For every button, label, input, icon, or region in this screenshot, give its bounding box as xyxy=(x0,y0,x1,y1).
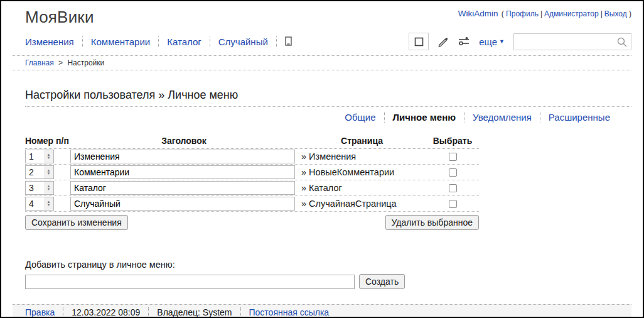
spinner-icon[interactable]: ▲▼ xyxy=(44,197,53,210)
paren-close: ) xyxy=(629,9,631,18)
create-button[interactable]: Создать xyxy=(359,274,405,289)
edit-pencil-icon[interactable] xyxy=(437,36,449,47)
row-page-link: » Каталог xyxy=(298,183,426,193)
edit-link[interactable]: Правка xyxy=(25,307,63,317)
table-row: 2▲▼ » НовыеКомментарии xyxy=(25,165,479,180)
col-header-title: Заголовок xyxy=(70,136,298,146)
profile-link[interactable]: Профиль xyxy=(506,9,539,18)
tab-notifications[interactable]: Уведомления xyxy=(464,112,540,123)
personal-menu-table: Номер п/п Заголовок Страница Выбрать 1▲▼… xyxy=(25,136,479,230)
view-page-button[interactable] xyxy=(409,33,429,50)
page: МояВики WikiAdmin ( Профиль|Администрато… xyxy=(0,0,644,318)
paren-open: ( xyxy=(502,9,504,18)
row-number-input[interactable]: 1▲▼ xyxy=(25,150,54,163)
timestamp: 12.03.2022 08:09 xyxy=(63,307,149,317)
tab-advanced[interactable]: Расширенные xyxy=(540,112,610,123)
toolbar: еще▼ xyxy=(409,33,631,50)
row-number-input[interactable]: 3▲▼ xyxy=(25,181,54,195)
logout-link[interactable]: Выход xyxy=(604,9,627,18)
delete-selected-button[interactable]: Удалить выбранное xyxy=(385,215,479,230)
row-select-checkbox[interactable] xyxy=(449,200,457,208)
chevron-down-icon: ▼ xyxy=(499,38,505,45)
save-changes-button[interactable]: Сохранить изменения xyxy=(25,215,128,230)
search-icon[interactable] xyxy=(617,37,627,47)
page-footer: Правка 12.03.2022 08:09 Владелец: System… xyxy=(13,304,631,318)
permalink-link[interactable]: Постоянная ссылка xyxy=(241,307,338,317)
row-select-checkbox[interactable] xyxy=(449,168,457,177)
spinner-icon[interactable]: ▲▼ xyxy=(44,150,53,163)
row-page-link: » СлучайнаяСтраница xyxy=(298,199,426,209)
account-links: WikiAdmin ( Профиль|Администратор|Выход … xyxy=(458,8,631,18)
row-title-input[interactable] xyxy=(70,150,295,163)
row-select-checkbox[interactable] xyxy=(449,153,457,161)
search-area xyxy=(513,33,631,50)
page-title: Настройки пользователя » Личное меню xyxy=(25,89,631,107)
table-row: 3▲▼ » Каталог xyxy=(25,180,479,196)
table-row: 1▲▼ » Изменения xyxy=(25,149,479,165)
row-select-checkbox[interactable] xyxy=(449,184,457,192)
row-title-input[interactable] xyxy=(70,165,295,179)
col-header-page: Страница xyxy=(298,136,426,146)
breadcrumb-current: Настройки xyxy=(67,58,104,67)
table-buttons-row: Сохранить изменения Удалить выбранное xyxy=(25,215,479,230)
header: МояВики WikiAdmin ( Профиль|Администрато… xyxy=(13,1,631,27)
user-link[interactable]: WikiAdmin xyxy=(458,9,498,18)
spinner-icon[interactable]: ▲▼ xyxy=(44,182,53,194)
row-title-input[interactable] xyxy=(70,197,295,211)
main-nav: Изменения Комментарии Каталог Случайный xyxy=(25,36,300,47)
main-content: Настройки пользователя » Личное меню Общ… xyxy=(13,89,631,289)
col-header-number: Номер п/п xyxy=(25,136,70,146)
nav-item-changes[interactable]: Изменения xyxy=(25,36,83,47)
nav-toolbar-row: Изменения Комментарии Каталог Случайный xyxy=(13,33,631,50)
row-number-input[interactable]: 2▲▼ xyxy=(25,165,54,179)
row-page-link: » Изменения xyxy=(298,151,426,162)
row-number-input[interactable]: 4▲▼ xyxy=(25,197,54,211)
tune-icon[interactable] xyxy=(458,36,470,47)
col-header-select: Выбрать xyxy=(426,136,479,146)
tab-general[interactable]: Общие xyxy=(336,112,384,123)
site-title: МояВики xyxy=(25,8,94,27)
add-page-input[interactable] xyxy=(25,275,355,289)
owner-label: Владелец: System xyxy=(149,307,240,317)
row-title-input[interactable] xyxy=(70,181,295,195)
more-menu-button[interactable]: еще▼ xyxy=(479,36,505,47)
square-icon xyxy=(414,37,424,47)
tab-personal-menu[interactable]: Личное меню xyxy=(385,112,465,123)
nav-item-comments[interactable]: Комментарии xyxy=(83,36,159,47)
nav-item-catalog[interactable]: Каталог xyxy=(159,36,210,47)
nav-item-random[interactable]: Случайный xyxy=(210,36,277,47)
settings-tabs: Общие Личное меню Уведомления Расширенны… xyxy=(25,112,610,123)
bookmark-icon[interactable] xyxy=(277,36,300,47)
add-page-section: Добавить страницу в личное меню: Создать xyxy=(25,260,631,289)
search-input[interactable] xyxy=(513,33,631,50)
spinner-icon[interactable]: ▲▼ xyxy=(44,166,53,178)
row-page-link: » НовыеКомментарии xyxy=(298,167,426,177)
admin-link[interactable]: Администратор xyxy=(544,9,599,18)
breadcrumb-home-link[interactable]: Главная xyxy=(25,58,54,67)
breadcrumb: Главная > Настройки xyxy=(13,55,631,70)
table-header-row: Номер п/п Заголовок Страница Выбрать xyxy=(25,136,479,149)
add-page-label: Добавить страницу в личное меню: xyxy=(25,260,631,270)
table-row: 4▲▼ » СлучайнаяСтраница xyxy=(25,196,479,212)
